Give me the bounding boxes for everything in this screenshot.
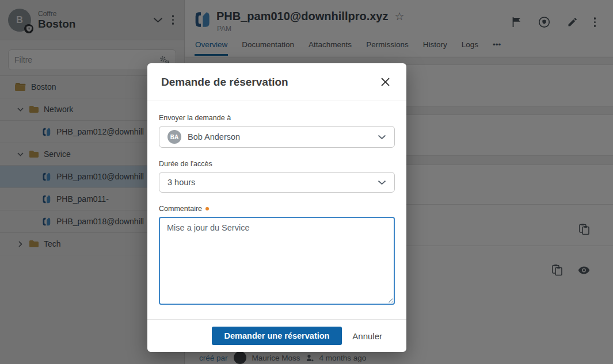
modal-header: Demande de réservation [147,63,406,101]
cancel-button[interactable]: Annuler [352,331,382,341]
duration-value: 3 hours [167,178,371,187]
comment-label-text: Commentaire [159,205,202,213]
modal-body: Envoyer la demande à BA Bob Anderson Dur… [147,101,406,305]
required-dot-icon [205,207,209,210]
app-root: B Coffre Boston [0,0,613,364]
recipient-select[interactable]: BA Bob Anderson [159,126,395,148]
recipient-avatar: BA [167,130,181,144]
recipient-label: Envoyer la demande à [159,114,395,122]
close-icon[interactable] [378,75,393,89]
submit-reservation-button[interactable]: Demander une réservation [212,327,342,345]
chevron-down-icon [378,135,386,140]
modal-title: Demande de réservation [161,76,378,89]
chevron-down-icon [378,180,386,185]
recipient-value: Bob Anderson [188,132,371,141]
modal-footer: Demander une réservation Annuler [147,319,406,352]
duration-label: Durée de l'accès [159,160,395,168]
comment-textarea[interactable]: Mise a jour du Service [159,217,395,305]
duration-select[interactable]: 3 hours [159,172,395,193]
comment-label: Commentaire [159,205,395,213]
reservation-request-modal: Demande de réservation Envoyer la demand… [147,63,406,352]
